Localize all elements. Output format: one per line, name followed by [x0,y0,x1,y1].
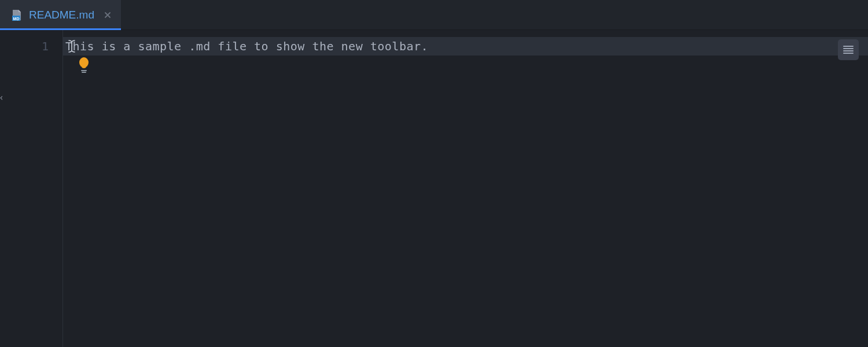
gutter: 1 [5,30,62,347]
svg-point-2 [79,57,89,68]
tab-readme[interactable]: MD README.md [0,0,121,29]
svg-text:MD: MD [13,16,20,20]
line-number[interactable]: 1 [5,37,49,56]
code-text: This is a sample .md file to show the ne… [65,37,428,56]
code-area[interactable]: This is a sample .md file to show the ne… [62,30,868,347]
tab-label: README.md [29,9,94,21]
editor-options-button[interactable] [838,39,859,60]
close-icon[interactable] [104,11,112,19]
editor-area: ‹ 1 This is a sample .md file to show th… [0,30,868,347]
code-line[interactable]: This is a sample .md file to show the ne… [63,37,868,56]
fold-indicator-icon[interactable]: ‹ [0,93,4,103]
tab-bar: MD README.md [0,0,868,30]
lightbulb-icon[interactable] [78,57,90,73]
markdown-file-icon: MD [10,9,23,21]
menu-lines-icon [842,43,855,56]
left-edge: ‹ [0,30,5,347]
